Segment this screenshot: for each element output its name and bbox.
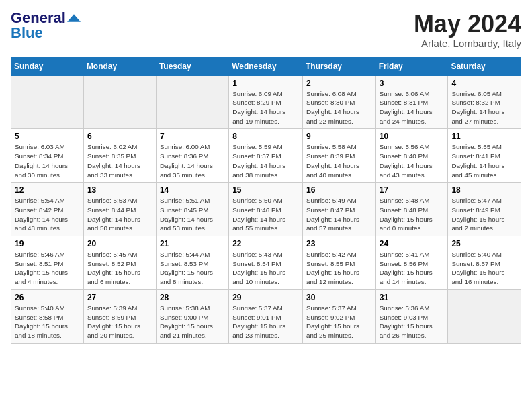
day-number: 31 xyxy=(380,293,445,302)
day-info: Sunrise: 5:56 AM Sunset: 8:40 PM Dayligh… xyxy=(380,142,445,179)
day-cell: 16Sunrise: 5:49 AM Sunset: 8:47 PM Dayli… xyxy=(303,183,376,236)
week-row-3: 12Sunrise: 5:54 AM Sunset: 8:42 PM Dayli… xyxy=(11,183,521,236)
day-number: 27 xyxy=(87,293,152,302)
day-number: 19 xyxy=(15,239,80,248)
day-cell: 21Sunrise: 5:44 AM Sunset: 8:53 PM Dayli… xyxy=(156,236,228,290)
day-number: 3 xyxy=(380,79,445,88)
day-info: Sunrise: 5:55 AM Sunset: 8:41 PM Dayligh… xyxy=(451,142,517,179)
day-info: Sunrise: 5:39 AM Sunset: 8:59 PM Dayligh… xyxy=(87,304,152,340)
page-header: General Blue May 2024 Arlate, Lombardy, … xyxy=(11,11,521,49)
day-cell: 19Sunrise: 5:46 AM Sunset: 8:51 PM Dayli… xyxy=(11,236,84,290)
day-info: Sunrise: 5:43 AM Sunset: 8:54 PM Dayligh… xyxy=(232,250,299,287)
day-cell: 14Sunrise: 5:51 AM Sunset: 8:45 PM Dayli… xyxy=(156,183,228,236)
svg-marker-0 xyxy=(67,14,81,22)
day-cell xyxy=(448,289,521,343)
day-cell: 15Sunrise: 5:50 AM Sunset: 8:46 PM Dayli… xyxy=(229,183,303,236)
week-row-2: 5Sunrise: 6:03 AM Sunset: 8:34 PM Daylig… xyxy=(11,129,521,183)
day-info: Sunrise: 5:54 AM Sunset: 8:42 PM Dayligh… xyxy=(15,196,80,233)
day-info: Sunrise: 6:05 AM Sunset: 8:32 PM Dayligh… xyxy=(451,89,517,126)
day-cell: 4Sunrise: 6:05 AM Sunset: 8:32 PM Daylig… xyxy=(448,75,521,129)
day-info: Sunrise: 5:59 AM Sunset: 8:37 PM Dayligh… xyxy=(232,142,299,179)
day-cell: 22Sunrise: 5:43 AM Sunset: 8:54 PM Dayli… xyxy=(229,236,303,290)
logo-blue: Blue xyxy=(11,26,43,40)
header-cell-tuesday: Tuesday xyxy=(156,57,228,75)
day-cell: 20Sunrise: 5:45 AM Sunset: 8:52 PM Dayli… xyxy=(83,236,156,290)
day-cell: 12Sunrise: 5:54 AM Sunset: 8:42 PM Dayli… xyxy=(11,183,84,236)
day-info: Sunrise: 5:53 AM Sunset: 8:44 PM Dayligh… xyxy=(87,196,152,233)
month-title: May 2024 xyxy=(414,11,521,38)
day-info: Sunrise: 5:44 AM Sunset: 8:53 PM Dayligh… xyxy=(160,250,225,287)
header-cell-saturday: Saturday xyxy=(448,57,521,75)
day-cell: 28Sunrise: 5:38 AM Sunset: 9:00 PM Dayli… xyxy=(156,289,228,343)
day-cell xyxy=(156,75,228,129)
day-number: 4 xyxy=(451,79,517,88)
day-info: Sunrise: 6:09 AM Sunset: 8:29 PM Dayligh… xyxy=(232,89,299,126)
day-number: 14 xyxy=(160,185,225,195)
day-info: Sunrise: 5:49 AM Sunset: 8:47 PM Dayligh… xyxy=(306,196,372,233)
day-cell: 26Sunrise: 5:40 AM Sunset: 8:58 PM Dayli… xyxy=(11,289,84,343)
day-number: 20 xyxy=(87,239,152,248)
day-info: Sunrise: 6:03 AM Sunset: 8:34 PM Dayligh… xyxy=(15,142,80,179)
header-cell-monday: Monday xyxy=(83,57,156,75)
header-cell-friday: Friday xyxy=(375,57,448,75)
day-cell: 25Sunrise: 5:40 AM Sunset: 8:57 PM Dayli… xyxy=(448,236,521,290)
header-cell-sunday: Sunday xyxy=(11,57,84,75)
day-info: Sunrise: 5:58 AM Sunset: 8:39 PM Dayligh… xyxy=(306,142,372,179)
day-number: 15 xyxy=(232,185,299,195)
week-row-4: 19Sunrise: 5:46 AM Sunset: 8:51 PM Dayli… xyxy=(11,236,521,290)
day-info: Sunrise: 6:00 AM Sunset: 8:36 PM Dayligh… xyxy=(160,142,225,179)
day-number: 30 xyxy=(306,293,372,302)
day-cell: 17Sunrise: 5:48 AM Sunset: 8:48 PM Dayli… xyxy=(375,183,448,236)
day-cell: 27Sunrise: 5:39 AM Sunset: 8:59 PM Dayli… xyxy=(83,289,156,343)
day-number: 24 xyxy=(380,239,445,248)
day-number: 5 xyxy=(15,132,80,141)
day-cell: 29Sunrise: 5:37 AM Sunset: 9:01 PM Dayli… xyxy=(229,289,303,343)
day-cell: 1Sunrise: 6:09 AM Sunset: 8:29 PM Daylig… xyxy=(229,75,303,129)
day-info: Sunrise: 6:06 AM Sunset: 8:31 PM Dayligh… xyxy=(380,89,445,126)
day-cell: 10Sunrise: 5:56 AM Sunset: 8:40 PM Dayli… xyxy=(375,129,448,183)
day-number: 8 xyxy=(232,132,299,141)
day-cell: 3Sunrise: 6:06 AM Sunset: 8:31 PM Daylig… xyxy=(375,75,448,129)
day-info: Sunrise: 5:36 AM Sunset: 9:03 PM Dayligh… xyxy=(380,304,445,340)
day-number: 22 xyxy=(232,239,299,248)
title-block: May 2024 Arlate, Lombardy, Italy xyxy=(414,11,521,49)
day-info: Sunrise: 5:47 AM Sunset: 8:49 PM Dayligh… xyxy=(451,196,517,233)
day-info: Sunrise: 5:45 AM Sunset: 8:52 PM Dayligh… xyxy=(87,250,152,287)
day-number: 6 xyxy=(87,132,152,141)
logo-general: General xyxy=(11,11,66,26)
day-cell: 6Sunrise: 6:02 AM Sunset: 8:35 PM Daylig… xyxy=(83,129,156,183)
day-number: 11 xyxy=(451,132,517,141)
day-cell: 8Sunrise: 5:59 AM Sunset: 8:37 PM Daylig… xyxy=(229,129,303,183)
day-number: 29 xyxy=(232,293,299,302)
day-info: Sunrise: 5:51 AM Sunset: 8:45 PM Dayligh… xyxy=(160,196,225,233)
day-info: Sunrise: 5:42 AM Sunset: 8:55 PM Dayligh… xyxy=(306,250,372,287)
day-number: 25 xyxy=(451,239,517,248)
calendar-table: SundayMondayTuesdayWednesdayThursdayFrid… xyxy=(11,57,521,344)
day-info: Sunrise: 5:41 AM Sunset: 8:56 PM Dayligh… xyxy=(380,250,445,287)
day-cell: 11Sunrise: 5:55 AM Sunset: 8:41 PM Dayli… xyxy=(448,129,521,183)
day-number: 2 xyxy=(306,79,372,88)
day-number: 28 xyxy=(160,293,225,302)
logo: General Blue xyxy=(11,11,81,40)
day-number: 13 xyxy=(87,185,152,195)
day-info: Sunrise: 5:46 AM Sunset: 8:51 PM Dayligh… xyxy=(15,250,80,287)
day-cell xyxy=(11,75,84,129)
day-cell: 13Sunrise: 5:53 AM Sunset: 8:44 PM Dayli… xyxy=(83,183,156,236)
day-cell: 18Sunrise: 5:47 AM Sunset: 8:49 PM Dayli… xyxy=(448,183,521,236)
header-row: SundayMondayTuesdayWednesdayThursdayFrid… xyxy=(11,57,521,75)
day-cell: 5Sunrise: 6:03 AM Sunset: 8:34 PM Daylig… xyxy=(11,129,84,183)
day-cell: 7Sunrise: 6:00 AM Sunset: 8:36 PM Daylig… xyxy=(156,129,228,183)
day-number: 7 xyxy=(160,132,225,141)
day-cell xyxy=(83,75,156,129)
day-info: Sunrise: 5:38 AM Sunset: 9:00 PM Dayligh… xyxy=(160,304,225,340)
day-cell: 24Sunrise: 5:41 AM Sunset: 8:56 PM Dayli… xyxy=(375,236,448,290)
day-cell: 31Sunrise: 5:36 AM Sunset: 9:03 PM Dayli… xyxy=(375,289,448,343)
day-info: Sunrise: 6:02 AM Sunset: 8:35 PM Dayligh… xyxy=(87,142,152,179)
location: Arlate, Lombardy, Italy xyxy=(414,38,521,49)
day-number: 21 xyxy=(160,239,225,248)
day-number: 17 xyxy=(380,185,445,195)
day-info: Sunrise: 6:08 AM Sunset: 8:30 PM Dayligh… xyxy=(306,89,372,126)
day-info: Sunrise: 5:40 AM Sunset: 8:58 PM Dayligh… xyxy=(15,304,80,340)
day-number: 10 xyxy=(380,132,445,141)
day-number: 16 xyxy=(306,185,372,195)
